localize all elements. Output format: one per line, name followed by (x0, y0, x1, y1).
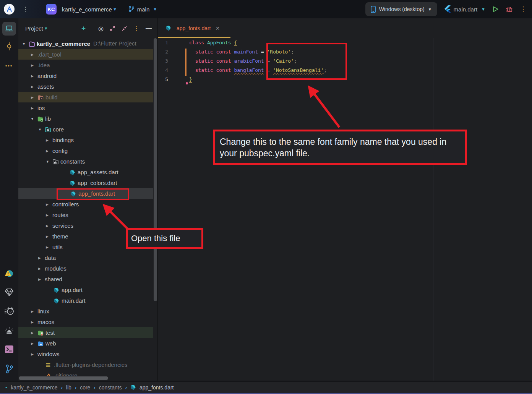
tree-item-android[interactable]: ▶android (18, 70, 153, 81)
project-selector-label: kartly_e_commerce (62, 6, 112, 13)
tree-item--flutter-plugins-dependencies[interactable]: .flutter-plugins-dependencies (18, 359, 153, 370)
add-button[interactable]: + (81, 24, 86, 32)
chevron-collapsed-icon[interactable]: ▶ (31, 71, 37, 81)
branch-selector[interactable]: main ▼ (128, 6, 157, 13)
chevron-collapsed-icon[interactable]: ▶ (38, 253, 45, 263)
tree-item-constants[interactable]: ▼constants (18, 156, 153, 167)
laptop-icon (5, 25, 13, 32)
tree-item--idea[interactable]: ▶.idea (18, 60, 153, 70)
chevron-collapsed-icon[interactable]: ▶ (31, 317, 37, 328)
device-selector[interactable]: Windows (desktop) ▼ (365, 2, 437, 16)
breadcrumb-item[interactable]: core (80, 384, 90, 391)
chevron-collapsed-icon[interactable]: ▶ (31, 349, 37, 360)
chevron-down-icon: ▼ (481, 7, 485, 11)
chevron-collapsed-icon[interactable]: ▶ (31, 306, 37, 317)
project-selector[interactable]: kartly_e_commerce ▼ (62, 6, 117, 13)
code-editor[interactable]: 1class AppFonts {2 static const mainFont… (158, 38, 532, 381)
chevron-expanded-icon[interactable]: ▼ (38, 124, 45, 135)
chevron-collapsed-icon[interactable]: ▶ (31, 92, 37, 103)
chevron-collapsed-icon[interactable]: ▶ (31, 103, 37, 113)
expand-all-icon[interactable] (110, 26, 115, 31)
flutter-inspector-tool-button[interactable] (0, 288, 18, 297)
tree-item--dart-tool[interactable]: ▶.dart_tool (18, 49, 153, 60)
debug-button[interactable] (506, 6, 513, 13)
chevron-collapsed-icon[interactable]: ▶ (46, 199, 52, 210)
chevron-expanded-icon[interactable]: ▼ (22, 39, 29, 49)
chevron-collapsed-icon[interactable]: ▶ (38, 263, 45, 274)
breadcrumb-item[interactable]: app_fonts.dart (139, 384, 174, 391)
main-menu-icon[interactable]: ⋮ (20, 6, 31, 13)
tab-app-fonts[interactable]: app_fonts.dart ✕ (158, 18, 238, 38)
tree-item-web[interactable]: ▶web (18, 338, 153, 349)
terminal-tool-button[interactable] (0, 345, 18, 353)
panel-options-icon[interactable]: ⋮ (133, 25, 139, 32)
chevron-collapsed-icon[interactable]: ▶ (46, 242, 52, 253)
tree-item-shared[interactable]: ▶shared (18, 274, 153, 284)
tree-item-macos[interactable]: ▶macos (18, 316, 153, 327)
tree-item-bindings[interactable]: ▶bindings (18, 135, 153, 145)
collapse-all-icon[interactable] (122, 26, 127, 31)
android-studio-logo-icon[interactable] (4, 4, 15, 15)
run-button[interactable] (492, 6, 499, 13)
tree-item-routes[interactable]: ▶routes (18, 209, 153, 220)
chevron-collapsed-icon[interactable]: ▶ (46, 221, 52, 231)
chevron-collapsed-icon[interactable]: ▶ (46, 210, 52, 221)
annotation-box-code (266, 43, 347, 80)
tree-item-lib[interactable]: ▼lib (18, 113, 153, 124)
tree-item-app-dart[interactable]: app.dart (18, 284, 153, 295)
hide-panel-icon[interactable]: — (146, 25, 152, 32)
breadcrumb-item[interactable]: kartly_e_commerce (11, 384, 57, 391)
git-commit-icon (6, 41, 13, 51)
project-panel-header: Project ▼ + ◎ ⋮ — (18, 18, 158, 38)
more-actions-icon[interactable]: ⋮ (520, 6, 527, 13)
problems-tool-button[interactable] (0, 326, 18, 336)
tree-item-assets[interactable]: ▶assets (18, 81, 153, 92)
close-tab-icon[interactable]: ✕ (216, 25, 220, 31)
tree-item-core[interactable]: ▼core (18, 124, 153, 135)
tree-item-main-dart[interactable]: main.dart (18, 295, 153, 306)
select-opened-file-icon[interactable]: ◎ (98, 25, 104, 32)
project-avatar[interactable]: KC (46, 4, 57, 15)
tree-item-controllers[interactable]: ▶controllers (18, 199, 153, 209)
project-tree-horizontal-scrollbar[interactable] (19, 376, 108, 380)
chevron-collapsed-icon[interactable]: ▶ (46, 146, 52, 156)
more-tool-windows-icon[interactable]: ••• (0, 63, 18, 69)
right-margin-guide (433, 38, 433, 381)
chevron-collapsed-icon[interactable]: ▶ (46, 135, 52, 146)
commit-tool-button[interactable] (0, 41, 18, 51)
chevron-expanded-icon[interactable]: ▼ (46, 156, 52, 167)
breadcrumb-dot: • (5, 384, 7, 391)
git-tool-button[interactable] (0, 364, 18, 374)
breadcrumb-item[interactable]: lib (66, 384, 71, 391)
chevron-collapsed-icon[interactable]: ▶ (31, 81, 37, 92)
project-tree-vertical-scrollbar[interactable] (154, 38, 157, 301)
git-branch-icon (5, 364, 13, 374)
tree-item-label: modules (45, 265, 66, 272)
chevron-collapsed-icon[interactable]: ▶ (31, 328, 37, 338)
tree-item-app-assets-dart[interactable]: app_assets.dart (18, 167, 153, 177)
chevron-collapsed-icon[interactable]: ▶ (38, 274, 45, 285)
breadcrumb-item[interactable]: constants (99, 384, 122, 391)
project-tool-button[interactable] (0, 22, 18, 36)
tree-item-build[interactable]: ▶build (18, 92, 153, 102)
run-configuration-selector[interactable]: main.dart ▼ (444, 5, 485, 13)
project-panel-title[interactable]: Project (25, 25, 43, 32)
dart-analysis-tool-button[interactable] (0, 269, 18, 279)
logcat-tool-button[interactable] (0, 307, 18, 316)
chevron-collapsed-icon[interactable]: ▶ (46, 231, 52, 242)
tree-item-app-colors-dart[interactable]: app_colors.dart (18, 177, 153, 188)
tree-item-config[interactable]: ▶config (18, 145, 153, 156)
chevron-collapsed-icon[interactable]: ▶ (31, 49, 37, 60)
tree-item-data[interactable]: ▶data (18, 252, 153, 263)
tree-item--gitignore[interactable]: .gitignore (18, 370, 153, 376)
tree-item-test[interactable]: ▶test (18, 327, 153, 338)
tree-item-linux[interactable]: ▶linux (18, 306, 153, 316)
chevron-collapsed-icon[interactable]: ▶ (31, 60, 37, 71)
tree-item-windows[interactable]: ▶windows (18, 349, 153, 359)
tree-item-ios[interactable]: ▶ios (18, 102, 153, 113)
phone-icon (371, 6, 376, 13)
chevron-expanded-icon[interactable]: ▼ (31, 113, 37, 124)
tree-item-kartly-e-commerce[interactable]: ▼kartly_e_commerceD:\Flutter Project (18, 38, 153, 49)
chevron-collapsed-icon[interactable]: ▶ (31, 338, 37, 349)
tree-item-modules[interactable]: ▶modules (18, 263, 153, 274)
